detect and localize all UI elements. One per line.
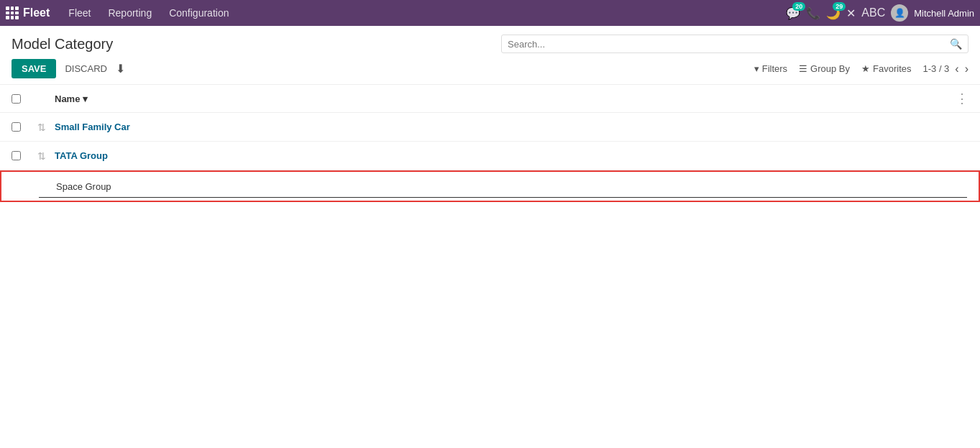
chat-badge: 20 bbox=[792, 2, 805, 11]
filters-button[interactable]: ▾ Filters bbox=[754, 63, 787, 74]
row-name: TATA Group bbox=[55, 150, 968, 161]
toolbar-right: ▾ Filters ☰ Group By ★ Favorites 1-3 / 3… bbox=[754, 63, 968, 76]
table: Name ▾ ⋮ ⇅ Small Family Car ⇅ TATA Group bbox=[0, 85, 980, 202]
discard-button[interactable]: DISCARD bbox=[62, 59, 110, 78]
row-checkbox-col bbox=[13, 182, 39, 191]
moon-badge: 29 bbox=[833, 2, 846, 11]
username: Mitchell Admin bbox=[914, 8, 974, 19]
filter-icon: ▾ bbox=[754, 63, 759, 74]
row-checkbox-col bbox=[12, 151, 37, 160]
page-header: Model Category 🔍 bbox=[0, 26, 980, 53]
next-page-button[interactable]: › bbox=[965, 63, 968, 76]
toolbar: SAVE DISCARD ⬇ ▾ Filters ☰ Group By ★ Fa… bbox=[0, 53, 980, 85]
abc-label[interactable]: ABC bbox=[861, 6, 885, 19]
phone-icon-btn[interactable]: 📞 bbox=[806, 6, 820, 20]
close-icon-btn[interactable]: ✕ bbox=[846, 6, 856, 20]
select-all-checkbox[interactable] bbox=[12, 94, 21, 104]
avatar[interactable]: 👤 bbox=[891, 4, 908, 22]
table-header: Name ▾ ⋮ bbox=[0, 85, 980, 113]
row-link[interactable]: TATA Group bbox=[55, 150, 108, 161]
star-icon: ★ bbox=[861, 63, 870, 74]
row-edit-input[interactable] bbox=[56, 175, 967, 198]
chat-icon-btn[interactable]: 💬 20 bbox=[786, 6, 800, 20]
page: Model Category 🔍 SAVE DISCARD ⬇ ▾ Filter… bbox=[0, 26, 980, 448]
navbar: Fleet Fleet Reporting Configuration 💬 20… bbox=[0, 0, 980, 26]
save-button[interactable]: SAVE bbox=[12, 59, 56, 78]
sort-icon[interactable]: ▾ bbox=[83, 93, 88, 104]
pagination-text: 1-3 / 3 bbox=[922, 63, 949, 74]
moon-icon-btn[interactable]: 🌙 29 bbox=[826, 6, 841, 20]
row-checkbox[interactable] bbox=[12, 151, 21, 160]
name-column-header: Name ▾ bbox=[55, 93, 956, 104]
row-name: Small Family Car bbox=[55, 122, 968, 132]
row-drag-handle[interactable]: ⇅ bbox=[37, 122, 55, 133]
favorites-button[interactable]: ★ Favorites bbox=[861, 63, 911, 74]
page-title: Model Category bbox=[12, 36, 113, 52]
groupby-icon: ☰ bbox=[799, 63, 807, 74]
search-bar[interactable]: 🔍 bbox=[501, 35, 968, 53]
chevron-left-icon: ‹ bbox=[955, 63, 958, 76]
apps-icon bbox=[6, 6, 19, 19]
nav-fleet[interactable]: Fleet bbox=[61, 4, 98, 22]
column-options-button[interactable]: ⋮ bbox=[956, 91, 968, 106]
brand[interactable]: Fleet bbox=[6, 6, 50, 19]
table-row: ⇅ Small Family Car bbox=[0, 113, 980, 142]
brand-name: Fleet bbox=[23, 6, 50, 19]
search-icon[interactable]: 🔍 bbox=[950, 38, 962, 50]
navbar-right: 💬 20 📞 🌙 29 ✕ ABC 👤 Mitchell Admin bbox=[786, 4, 974, 22]
edit-underline bbox=[39, 197, 967, 198]
chevron-right-icon: › bbox=[965, 63, 968, 76]
pagination: 1-3 / 3 ‹ › bbox=[922, 63, 968, 76]
table-row: ⇅ TATA Group bbox=[0, 142, 980, 170]
prev-page-button[interactable]: ‹ bbox=[955, 63, 958, 76]
close-icon: ✕ bbox=[846, 6, 856, 20]
download-button[interactable]: ⬇ bbox=[116, 62, 125, 76]
row-checkbox[interactable] bbox=[12, 122, 21, 132]
phone-icon: 📞 bbox=[806, 6, 820, 20]
row-drag-handle[interactable]: ⇅ bbox=[37, 150, 55, 162]
table-row-editing[interactable] bbox=[0, 170, 980, 202]
nav-menu: Fleet Reporting Configuration bbox=[61, 4, 786, 22]
toolbar-left: SAVE DISCARD ⬇ bbox=[12, 59, 125, 78]
search-input[interactable] bbox=[508, 39, 950, 50]
row-link[interactable]: Small Family Car bbox=[55, 122, 130, 132]
header-checkbox-col bbox=[12, 94, 37, 104]
nav-reporting[interactable]: Reporting bbox=[101, 4, 159, 22]
groupby-button[interactable]: ☰ Group By bbox=[799, 63, 850, 74]
nav-configuration[interactable]: Configuration bbox=[162, 4, 236, 22]
download-icon: ⬇ bbox=[116, 63, 125, 75]
row-checkbox-col bbox=[12, 122, 37, 132]
